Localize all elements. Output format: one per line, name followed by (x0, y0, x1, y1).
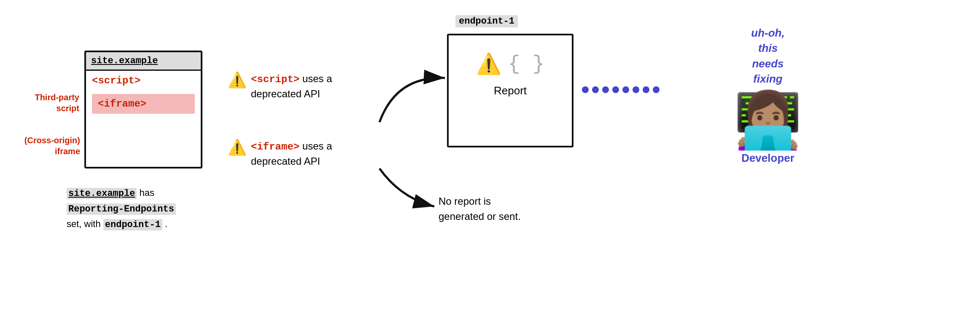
caption-site-example: site.example (67, 188, 137, 199)
endpoint-label: endpoint-1 (455, 15, 518, 27)
dot-5 (622, 86, 629, 93)
dot-4 (612, 86, 619, 93)
warning-iframe-icon: ⚠️ (228, 140, 247, 155)
dot-7 (643, 86, 649, 93)
caption-has: has (137, 187, 154, 198)
site-box-iframe: <iframe> (92, 94, 195, 114)
caption-box: site.example has Reporting-Endpoints set… (67, 185, 176, 233)
developer-emoji: 👩🏽‍💻 (734, 93, 802, 147)
warning-script: ⚠️ <script> uses adeprecated API (228, 72, 371, 101)
warning-iframe: ⚠️ <iframe> uses adeprecated API (228, 139, 371, 168)
caption-reporting-endpoints: Reporting-Endpoints (67, 203, 176, 215)
warning-iframe-tag: <iframe> (251, 141, 299, 152)
endpoint-report-label: Report (449, 80, 572, 97)
dot-8 (653, 86, 660, 93)
caption-period: . (162, 219, 167, 229)
dot-1 (582, 86, 589, 93)
site-example-box: site.example <script> <iframe> (84, 51, 202, 169)
diagram: site.example <script> <iframe> Third-par… (0, 0, 980, 321)
caption-set-with: set, with (67, 219, 103, 229)
warning-script-icon: ⚠️ (228, 72, 247, 88)
dot-2 (592, 86, 599, 93)
dots-line (582, 86, 660, 93)
endpoint-box: ⚠️ { } Report (447, 34, 573, 147)
developer-label: Developer (734, 152, 802, 165)
developer-speech: uh-oh,thisneedsfixing (734, 25, 802, 87)
endpoint-warning-icon: ⚠️ (476, 52, 501, 76)
warning-script-tag: <script> (251, 74, 299, 85)
warning-iframe-text: <iframe> uses adeprecated API (251, 139, 332, 168)
endpoint-braces: { } (508, 53, 544, 75)
dot-6 (633, 86, 639, 93)
endpoint-icons: ⚠️ { } (449, 35, 572, 80)
dot-3 (602, 86, 609, 93)
cross-origin-label: (Cross-origin)iframe (13, 135, 80, 157)
warning-script-text: <script> uses adeprecated API (251, 72, 332, 101)
site-box-script: <script> (86, 71, 201, 91)
developer-section: uh-oh,thisneedsfixing 👩🏽‍💻 Developer (734, 25, 802, 165)
no-report-text: No report isgenerated or sent. (439, 194, 521, 224)
site-box-title: site.example (86, 52, 201, 71)
caption-endpoint1: endpoint-1 (103, 219, 162, 230)
third-party-label: Third-partyscript (20, 92, 79, 114)
